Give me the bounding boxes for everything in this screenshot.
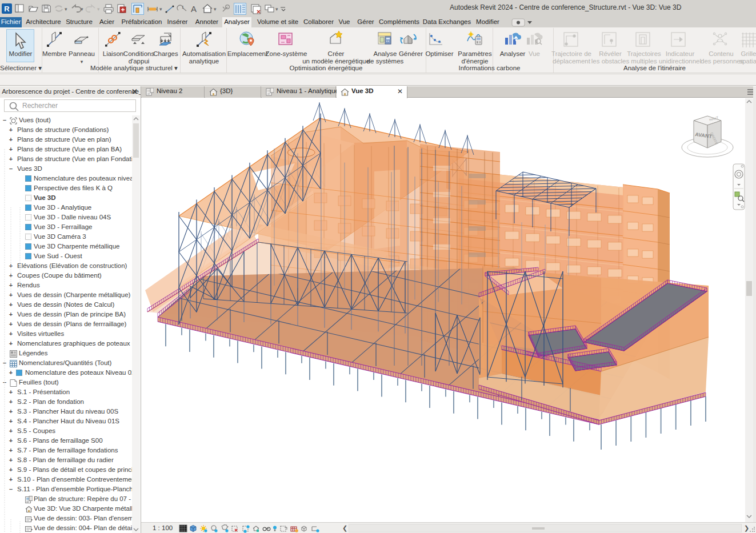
svg-text:▾: ▾ — [97, 6, 100, 12]
svg-text:▾: ▾ — [275, 6, 278, 12]
svg-text:▾: ▾ — [65, 6, 67, 12]
svg-text:▾: ▾ — [159, 6, 162, 12]
svg-text:▾: ▾ — [214, 6, 217, 12]
svg-text:▾: ▾ — [81, 6, 83, 12]
svg-text:R: R — [4, 5, 10, 13]
svg-text:1: 1 — [182, 5, 184, 9]
svg-text:A: A — [191, 4, 197, 14]
